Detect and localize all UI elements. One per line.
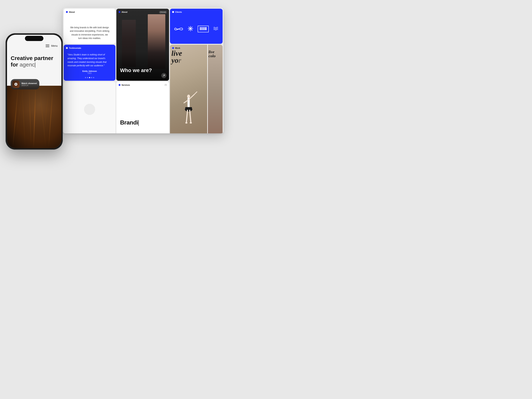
phone-device: Menu Creative partner for agenc Watch sh… (6, 33, 63, 150)
testimonial-dots (64, 77, 115, 78)
work-photo-main: liveyor (170, 45, 207, 133)
clients-label: Clients (172, 11, 182, 13)
side-text: livecolo (209, 50, 215, 58)
who-we-are-text: Who we are? (120, 67, 152, 73)
services-count: (3) (165, 84, 167, 86)
clients-dot (172, 11, 174, 13)
about-label: About (66, 11, 75, 13)
arrow-button[interactable] (161, 73, 166, 78)
watch-pill[interactable]: Watch showreel 2019-24 (11, 79, 39, 89)
client-logo-3 (198, 26, 209, 32)
photo-gradient (116, 52, 169, 81)
about-photo-dot (119, 11, 120, 13)
browser-window: About We bring brands to life with bold … (63, 8, 223, 133)
svg-line-18 (190, 110, 191, 122)
testimonials-label: Testimonials (66, 47, 81, 49)
team-tag: [TEAM] (159, 11, 167, 13)
watch-year: 2019-24 (21, 84, 37, 86)
svg-rect-8 (204, 27, 205, 30)
watch-title: Watch showreel (21, 82, 37, 84)
live-text-overlay: liveyor (171, 50, 182, 64)
card-about-bottom[interactable] (64, 82, 115, 133)
phone-notch (25, 36, 43, 41)
services-title: Brandi (120, 119, 139, 126)
play-icon (16, 83, 17, 85)
svg-point-19 (185, 122, 188, 124)
decorative-circle (84, 104, 95, 115)
card-about-photo[interactable]: About [TEAM] Who we are? (116, 9, 169, 81)
watch-thumb (12, 81, 19, 88)
card-work[interactable]: Work liveyor (170, 45, 223, 133)
author-title: CEO (64, 72, 115, 74)
about-photo-label: About (119, 11, 127, 13)
scene: Menu Creative partner for agenc Watch sh… (0, 0, 266, 200)
phone-screen: Menu Creative partner for agenc Watch sh… (7, 35, 61, 148)
work-label: Work (172, 47, 180, 49)
dot-3[interactable] (89, 77, 90, 78)
text-cursor (35, 63, 35, 68)
svg-point-10 (187, 95, 190, 98)
svg-rect-16 (185, 107, 192, 110)
svg-line-17 (186, 110, 188, 122)
author-name: Emily Johnson (64, 70, 115, 72)
svg-line-13 (194, 92, 197, 95)
work-photos: liveyor (170, 45, 223, 133)
for-prefix: for (11, 62, 19, 68)
svg-rect-6 (201, 27, 202, 29)
dot-5[interactable] (93, 77, 94, 78)
svg-rect-9 (206, 27, 207, 30)
svg-rect-7 (203, 27, 204, 30)
card-services[interactable]: Services (3) Brandi (116, 82, 169, 133)
testimonials-dot (66, 47, 68, 49)
testimonial-author: Emily Johnson CEO (64, 70, 115, 74)
dot-1[interactable] (85, 77, 86, 78)
agency-word: agenc (19, 62, 35, 68)
phone-bg-image (7, 86, 61, 148)
about-dot (66, 11, 68, 13)
client-logo-4 (213, 26, 219, 32)
card-clients[interactable]: Clients (170, 9, 223, 44)
work-dot (172, 47, 174, 49)
card-testimonials[interactable]: Testimonials "Veru Studio's team is noth… (64, 45, 115, 81)
services-label: Services (119, 84, 130, 86)
dot-2[interactable] (87, 77, 88, 78)
card-about-text[interactable]: About We bring brands to life with bold … (64, 9, 115, 44)
clients-logos (170, 9, 223, 44)
hero-title-line1: Creative partner (11, 55, 53, 62)
hero-title-line2: for agenc (11, 62, 53, 68)
testimonial-quote: "Veru Studio's team is nothing short of … (67, 53, 112, 68)
client-logo-2 (188, 26, 193, 32)
about-body: We bring brands to life with bold design… (64, 26, 115, 40)
client-logo-1 (174, 26, 184, 32)
menu-label[interactable]: Menu (51, 44, 58, 47)
play-button[interactable] (14, 83, 17, 86)
services-cursor (138, 120, 139, 126)
dancer-figure (177, 85, 200, 133)
dot-4[interactable] (91, 77, 92, 78)
phone-header: Menu (11, 44, 58, 47)
watch-info: Watch showreel 2019-24 (21, 82, 37, 86)
hamburger-icon[interactable] (46, 44, 49, 47)
svg-rect-4 (200, 27, 201, 30)
svg-point-20 (190, 122, 192, 124)
browser-grid: About We bring brands to life with bold … (63, 8, 223, 133)
work-photo-side: livecolo (208, 45, 223, 133)
phone-hero-text: Creative partner for agenc (11, 55, 53, 68)
services-dot (119, 84, 120, 86)
